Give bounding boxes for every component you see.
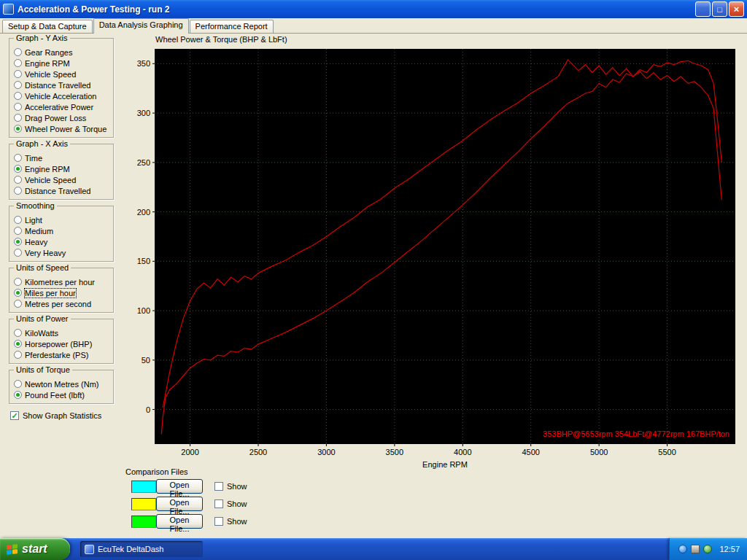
radio-label: Medium xyxy=(25,227,53,236)
radio-newton-metres-nm[interactable] xyxy=(14,380,22,388)
option-very-heavy[interactable]: Very Heavy xyxy=(14,247,111,258)
radio-heavy[interactable] xyxy=(14,238,22,246)
comparison-color-swatch xyxy=(131,516,156,528)
option-vehicle-speed[interactable]: Vehicle Speed xyxy=(14,174,111,185)
comparison-files-label: Comparison Files xyxy=(125,467,247,476)
show-checkbox[interactable] xyxy=(214,517,223,526)
option-distance-travelled[interactable]: Distance Travelled xyxy=(14,79,111,90)
show-checkbox[interactable] xyxy=(214,499,223,508)
option-pound-feet-lbft[interactable]: Pound Feet (lbft) xyxy=(14,389,111,400)
show-label: Show xyxy=(227,517,247,526)
titlebar[interactable]: Acceleration & Power Testing - run 2 _ □… xyxy=(0,0,747,18)
open-file-button[interactable]: Open File... xyxy=(156,479,203,494)
x-tick-label: 3000 xyxy=(317,448,335,456)
radio-distance-travelled[interactable] xyxy=(14,187,22,195)
option-accelerative-power[interactable]: Accelerative Power xyxy=(14,101,111,112)
tab-strip: Setup & Data CaptureData Analysis Graphi… xyxy=(0,18,747,34)
comparison-color-swatch xyxy=(131,481,156,493)
radio-light[interactable] xyxy=(14,216,22,224)
x-tick-label: 3500 xyxy=(386,448,403,456)
open-file-button[interactable]: Open File... xyxy=(156,514,203,529)
minimize-button[interactable]: _ xyxy=(695,1,711,17)
x-axis-label: Engine RPM xyxy=(422,460,468,469)
radio-engine-rpm[interactable] xyxy=(14,59,22,67)
radio-label: Distance Travelled xyxy=(25,81,91,90)
radio-label: Very Heavy xyxy=(25,249,66,257)
show-label: Show xyxy=(227,482,247,491)
radio-time[interactable] xyxy=(14,154,22,162)
option-kilowatts[interactable]: KiloWatts xyxy=(14,327,111,338)
option-gear-ranges[interactable]: Gear Ranges xyxy=(14,47,111,58)
tray-volume-icon[interactable] xyxy=(691,545,700,553)
comparison-color-swatch xyxy=(131,498,156,510)
radio-miles-per-hour[interactable] xyxy=(14,289,22,297)
radio-distance-travelled[interactable] xyxy=(14,81,22,89)
radio-wheel-power-torque[interactable] xyxy=(14,125,22,133)
radio-label: Heavy xyxy=(25,238,47,246)
option-kilometres-per-hour[interactable]: Kilometres per hour xyxy=(14,276,111,287)
open-file-button[interactable]: Open File... xyxy=(156,497,203,511)
taskbar-task-ecutek-deltadash[interactable]: EcuTek DeltaDash xyxy=(80,541,203,557)
y-tick-label: 200 xyxy=(137,208,150,217)
group-graph-y-axis: Graph - Y AxisGear RangesEngine RPMVehic… xyxy=(9,38,114,138)
group-smoothing: SmoothingLightMediumHeavyVery Heavy xyxy=(9,206,114,262)
radio-label: Engine RPM xyxy=(25,165,70,174)
option-distance-travelled[interactable]: Distance Travelled xyxy=(14,185,111,196)
power-torque-chart: 2000250030003500400045005000550005010015… xyxy=(128,44,747,476)
comparison-files-group: Comparison Files Open File...ShowOpen Fi… xyxy=(124,467,247,532)
option-miles-per-hour[interactable]: Miles per hour xyxy=(14,287,111,298)
radio-horsepower-bhp[interactable] xyxy=(14,340,22,348)
radio-kilowatts[interactable] xyxy=(14,329,22,337)
option-pferdestarke-ps[interactable]: Pferdestarke (PS) xyxy=(14,349,111,360)
option-newton-metres-nm[interactable]: Newton Metres (Nm) xyxy=(14,378,111,389)
option-heavy[interactable]: Heavy xyxy=(14,236,111,247)
y-tick-label: 0 xyxy=(146,405,150,414)
radio-drag-power-loss[interactable] xyxy=(14,114,22,122)
option-medium[interactable]: Medium xyxy=(14,225,111,236)
show-statistics-checkbox[interactable] xyxy=(10,411,19,420)
show-statistics-label: Show Graph Statistics xyxy=(23,411,101,420)
radio-very-heavy[interactable] xyxy=(14,249,22,257)
y-tick-label: 250 xyxy=(137,158,150,167)
maximize-button[interactable]: □ xyxy=(712,1,727,17)
option-wheel-power-torque[interactable]: Wheel Power & Torque xyxy=(14,123,111,134)
option-horsepower-bhp[interactable]: Horsepower (BHP) xyxy=(14,338,111,349)
radio-pound-feet-lbft[interactable] xyxy=(14,391,22,399)
radio-metres-per-second[interactable] xyxy=(14,300,22,308)
radio-vehicle-speed[interactable] xyxy=(14,70,22,78)
tray-network-icon[interactable] xyxy=(678,545,687,553)
option-vehicle-acceleration[interactable]: Vehicle Acceleration xyxy=(14,90,111,101)
option-drag-power-loss[interactable]: Drag Power Loss xyxy=(14,112,111,123)
x-tick-label: 5500 xyxy=(658,448,676,456)
radio-label: Engine RPM xyxy=(25,59,70,68)
option-light[interactable]: Light xyxy=(14,214,111,225)
tray-security-icon[interactable] xyxy=(703,545,712,553)
plot-area xyxy=(155,49,735,444)
option-vehicle-speed[interactable]: Vehicle Speed xyxy=(14,69,111,79)
radio-label: Vehicle Speed xyxy=(25,70,76,79)
option-engine-rpm[interactable]: Engine RPM xyxy=(14,58,111,69)
radio-engine-rpm[interactable] xyxy=(14,165,22,173)
radio-label: Vehicle Speed xyxy=(25,176,76,184)
window-title: Acceleration & Power Testing - run 2 xyxy=(18,4,694,15)
tab-performance-report[interactable]: Performance Report xyxy=(190,20,274,33)
radio-kilometres-per-hour[interactable] xyxy=(14,278,22,286)
start-button[interactable]: start xyxy=(0,538,70,560)
radio-gear-ranges[interactable] xyxy=(14,48,22,56)
radio-medium[interactable] xyxy=(14,227,22,235)
close-button[interactable]: × xyxy=(729,1,744,17)
radio-accelerative-power[interactable] xyxy=(14,103,22,111)
start-label: start xyxy=(22,542,47,556)
option-time[interactable]: Time xyxy=(14,152,111,163)
radio-pferdestarke-ps[interactable] xyxy=(14,351,22,359)
windows-logo-icon xyxy=(7,544,18,555)
show-graph-statistics-row[interactable]: Show Graph Statistics xyxy=(10,410,114,421)
show-checkbox[interactable] xyxy=(214,482,223,491)
tab-data-analysis-graphing[interactable]: Data Analysis Graphing xyxy=(93,18,189,34)
tab-setup-data-capture[interactable]: Setup & Data Capture xyxy=(2,20,93,33)
option-metres-per-second[interactable]: Metres per second xyxy=(14,298,111,309)
radio-vehicle-speed[interactable] xyxy=(14,176,22,184)
option-engine-rpm[interactable]: Engine RPM xyxy=(14,163,111,174)
radio-vehicle-acceleration[interactable] xyxy=(14,92,22,100)
comparison-row: Open File...Show xyxy=(124,479,247,494)
